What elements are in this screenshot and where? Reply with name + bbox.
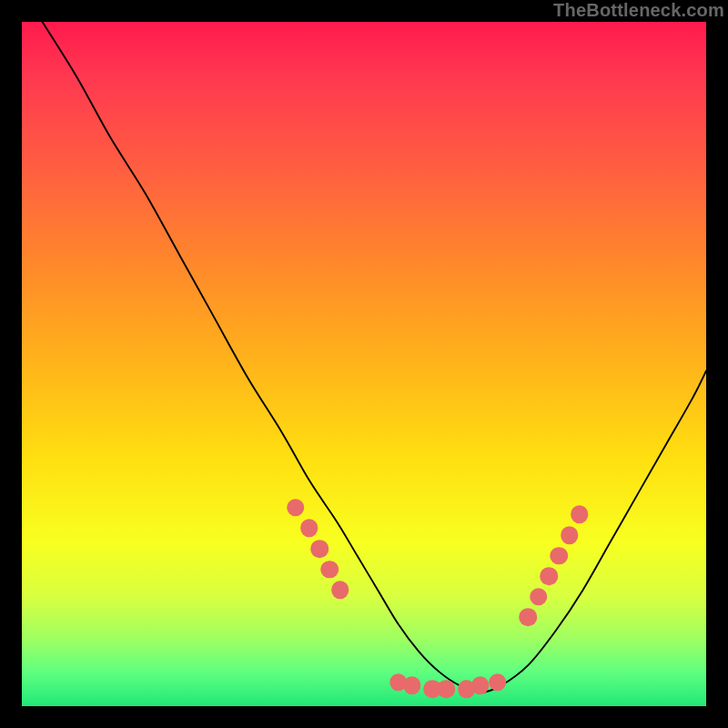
curve-marker xyxy=(287,499,305,517)
curve-marker xyxy=(561,526,579,544)
curve-marker xyxy=(321,561,339,579)
curve-marker xyxy=(520,608,538,626)
chart-container: TheBottleneck.com xyxy=(0,0,728,728)
curve-marker xyxy=(489,673,507,692)
curve-marker xyxy=(300,520,318,538)
curve-marker xyxy=(540,567,558,585)
curve-marker xyxy=(571,506,589,524)
curve-marker xyxy=(403,677,421,695)
curve-marker xyxy=(331,581,349,599)
curve-marker xyxy=(530,588,548,606)
bottleneck-curve-svg xyxy=(22,22,706,706)
bottleneck-curve xyxy=(43,22,706,693)
watermark-text: TheBottleneck.com xyxy=(553,0,724,21)
curve-marker xyxy=(551,547,569,565)
curve-marker xyxy=(310,540,329,558)
curve-marker xyxy=(437,680,455,698)
curve-marker xyxy=(471,677,490,695)
plot-area xyxy=(22,22,706,706)
